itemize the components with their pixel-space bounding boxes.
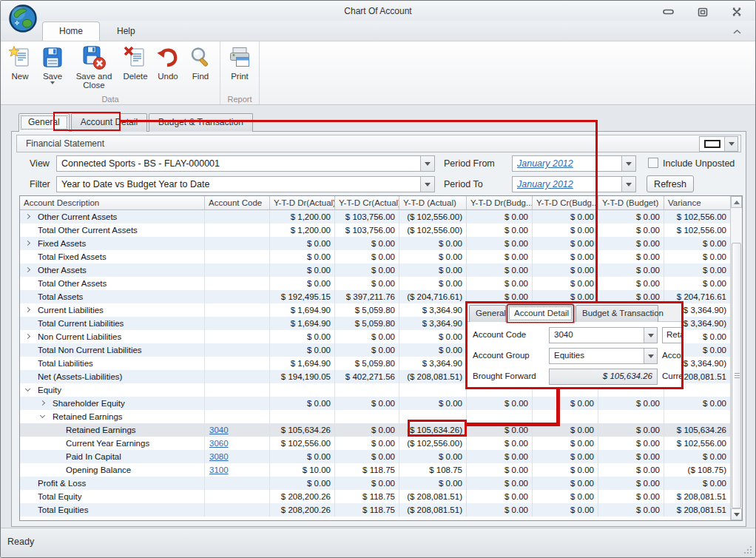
period-from-combo[interactable]: January 2012 (512, 155, 636, 172)
include-unposted-checkbox[interactable] (648, 158, 658, 168)
account-code-link[interactable]: 3080 (209, 452, 229, 461)
refresh-button[interactable]: Refresh (647, 175, 694, 192)
grid-row[interactable]: Total Other Assets$ 0.00$ 0.00$ 0.00$ 0.… (20, 277, 742, 290)
page-tab-general[interactable]: General (18, 113, 70, 132)
grid-row[interactable]: Total Equities$ 208,200.26$ 118.75($ 208… (20, 503, 742, 517)
filter-combo-arrow-icon[interactable] (420, 177, 434, 192)
collapse-ribbon-button[interactable] (729, 26, 745, 38)
ribbon-button-find[interactable]: Find (184, 43, 217, 81)
grid-row[interactable]: Other Assets$ 0.00$ 0.00$ 0.00$ 0.00$ 0.… (20, 263, 742, 277)
amount-cell: $ 0.00 (664, 477, 731, 490)
expand-chevron-icon[interactable] (25, 214, 30, 219)
column-header-5[interactable]: Y-T-D Dr(Budg... (467, 196, 533, 209)
scroll-up-button[interactable] (731, 196, 742, 208)
amount-cell: $ 0.00 (270, 237, 335, 250)
grid-row[interactable]: Retained Earnings3040$ 105,634.26$ 0.00(… (20, 423, 742, 437)
grid-row[interactable]: Shareholder Equity$ 0.00$ 0.00$ 0.00$ 0.… (20, 397, 742, 410)
popup-side-text: Curren (662, 372, 684, 380)
column-header-8[interactable]: Variance (664, 196, 731, 209)
vertical-scrollbar[interactable] (730, 196, 742, 520)
view-combo[interactable]: Connected Sports - BS - FLAY-000001 (56, 155, 435, 172)
expand-chevron-icon[interactable] (40, 400, 45, 406)
account-code-link[interactable]: 3060 (209, 439, 229, 448)
amount-cell: $ 0.00 (533, 450, 598, 463)
ribbon-tab-help[interactable]: Help (100, 21, 152, 41)
ribbon-button-save[interactable]: Save (36, 43, 69, 85)
border-style-dropdown-icon[interactable] (724, 137, 738, 151)
ribbon-button-undo[interactable]: Undo (152, 43, 184, 81)
column-header-0[interactable]: Account Description (20, 196, 205, 209)
scrollbar-thumb[interactable] (732, 243, 741, 508)
column-header-7[interactable]: Y-T-D (Budget) (598, 196, 664, 209)
amount-cell: $ 0.00 (399, 277, 467, 290)
collapse-chevron-icon[interactable] (40, 413, 45, 418)
minimize-button[interactable] (661, 7, 677, 17)
period-to-combo[interactable]: January 2012 (512, 176, 636, 192)
amount-cell: $ 108.75 (399, 463, 467, 477)
popup-tab-budget-transaction[interactable]: Budget & Transaction (576, 305, 658, 322)
ribbon-button-print[interactable]: Print (223, 43, 256, 81)
ribbon-tab-home[interactable]: Home (42, 21, 100, 41)
ribbon-button-save-and-close[interactable]: Save and Close (69, 43, 119, 90)
popup-tab-general[interactable]: General (469, 305, 506, 322)
account-code-cell (205, 357, 270, 370)
grid-row[interactable]: Paid In Capital3080$ 0.00$ 0.00$ 0.00$ 0… (20, 450, 742, 463)
account-description-text: Other Assets (38, 266, 87, 275)
column-header-3[interactable]: Y-T-D Cr(Actual) (335, 196, 399, 209)
grid-row[interactable]: Total Other Current Assets$ 1,200.00$ 10… (20, 223, 742, 237)
amount-cell: $ 5,059.80 (335, 317, 399, 330)
amount-cell: $ 0.00 (399, 477, 467, 490)
amount-cell: $ 0.00 (598, 490, 664, 503)
popup-combo-arrow-icon[interactable] (644, 328, 657, 343)
expand-chevron-icon[interactable] (25, 334, 30, 339)
dropdown-arrow-icon[interactable] (50, 81, 55, 84)
column-header-4[interactable]: Y-T-D (Actual) (399, 196, 467, 209)
app-globe-icon[interactable] (7, 3, 38, 34)
period-from-value[interactable]: January 2012 (513, 158, 621, 169)
grid-row[interactable]: Total Fixed Assets$ 0.00$ 0.00$ 0.00$ 0.… (20, 250, 742, 263)
period-to-arrow-icon[interactable] (621, 177, 635, 192)
grid-row[interactable]: Total Equity$ 208,200.26$ 118.75($ 208,0… (20, 490, 742, 503)
account-code-link[interactable]: 3100 (209, 465, 229, 474)
ribbon-button-delete[interactable]: Delete (119, 43, 152, 81)
grid-row[interactable]: Opening Balance3100$ 10.00$ 118.75$ 108.… (20, 463, 742, 477)
popup-account-group-combo[interactable]: Equities (549, 348, 658, 364)
border-style-swatch[interactable] (700, 137, 724, 151)
grid-row[interactable]: Retained Earnings (20, 410, 742, 423)
ribbon-button-label: Print (231, 72, 249, 81)
expand-chevron-icon[interactable] (25, 307, 30, 312)
close-button[interactable] (729, 7, 745, 17)
account-description-cell: Total Current Liabilities (20, 317, 205, 330)
column-header-1[interactable]: Account Code (205, 196, 270, 209)
grid-row[interactable]: Profit & Loss$ 0.00$ 0.00$ 0.00$ 0.00$ 0… (20, 477, 742, 490)
restore-button[interactable] (695, 7, 711, 17)
scroll-down-button[interactable] (731, 508, 742, 520)
view-combo-arrow-icon[interactable] (420, 156, 434, 171)
collapse-chevron-icon[interactable] (25, 386, 30, 391)
popup-combo-arrow-icon[interactable] (644, 349, 657, 363)
ribbon-button-new[interactable]: New (4, 43, 36, 81)
account-code-link[interactable]: 3040 (209, 426, 229, 434)
amount-cell: $ 0.00 (399, 237, 467, 250)
app-window: Chart Of Account HomeHelp NewSaveSave an… (0, 0, 756, 558)
popup-tab-account-detail[interactable]: Account Detail (507, 305, 573, 322)
popup-account-code-combo[interactable]: 3040 (549, 327, 658, 343)
period-from-arrow-icon[interactable] (621, 156, 635, 171)
expand-chevron-icon[interactable] (25, 267, 30, 272)
grid-row[interactable]: Fixed Assets$ 0.00$ 0.00$ 0.00$ 0.00$ 0.… (20, 237, 742, 250)
page-tab-account-detail[interactable]: Account Detail (71, 113, 147, 132)
resize-grip-icon[interactable] (743, 545, 752, 554)
expand-chevron-icon[interactable] (25, 241, 30, 246)
amount-cell: $ 0.00 (533, 503, 598, 517)
filter-combo[interactable]: Year to Date vs Budget Year to Date (56, 176, 435, 192)
column-header-2[interactable]: Y-T-D Dr(Actual) (270, 196, 335, 209)
page-tab-budget-transaction[interactable]: Budget & Transaction (149, 113, 253, 132)
amount-cell: $ 0.00 (664, 263, 731, 277)
border-style-picker[interactable] (699, 136, 738, 152)
grid-row[interactable]: Other Current Assets$ 1,200.00$ 103,756.… (20, 210, 742, 223)
grid-row[interactable]: Current Year Earnings3060$ 102,556.00$ 0… (20, 437, 742, 450)
period-to-value[interactable]: January 2012 (513, 179, 621, 189)
window-title: Chart Of Account (1, 6, 755, 16)
column-header-6[interactable]: Y-T-D Cr(Budg... (533, 196, 598, 209)
amount-cell: $ 118.75 (335, 490, 399, 503)
